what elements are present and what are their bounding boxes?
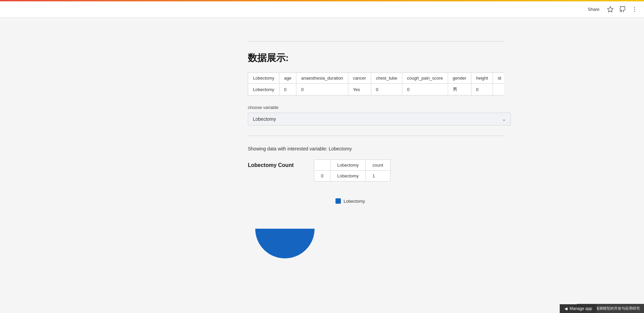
count-header-row: Lobectomy count xyxy=(314,160,390,171)
count-title: Lobectomy Count xyxy=(248,162,294,168)
main-content: 数据展示: Lobectomy age anaesthesia_duration… xyxy=(120,18,524,266)
middle-divider xyxy=(248,136,504,136)
col-height: height xyxy=(471,73,493,84)
col-id: id xyxy=(493,73,504,84)
count-col-index xyxy=(314,160,330,171)
col-gender: gender xyxy=(448,73,471,84)
count-col-lobectomy: Lobectomy xyxy=(330,160,366,171)
col-lobectomy: Lobectomy xyxy=(248,73,280,84)
count-row: 0 Lobectomy 1 xyxy=(314,171,390,181)
cell-gender: 男 xyxy=(448,84,471,95)
cell-id xyxy=(493,84,504,95)
star-icon[interactable] xyxy=(606,5,614,13)
cell-anaesthesia: 0 xyxy=(296,84,348,95)
cell-cancer: Yes xyxy=(348,84,371,95)
top-gradient-bar xyxy=(0,0,644,1)
cell-chest-tube: 0 xyxy=(371,84,402,95)
top-divider xyxy=(248,41,504,41)
legend-color-swatch xyxy=(335,198,341,204)
cell-height: 0 xyxy=(471,84,493,95)
svg-rect-5 xyxy=(248,192,322,229)
share-button[interactable]: Share xyxy=(585,5,602,13)
count-cell-index: 0 xyxy=(314,171,330,181)
header-actions: Share xyxy=(585,5,639,13)
cell-age: 0 xyxy=(279,84,296,95)
table-row: Lobectomy 0 0 Yes 0 0 男 0 xyxy=(248,84,504,95)
chart-legend: Lobectomy xyxy=(335,198,365,204)
col-cancer: cancer xyxy=(348,73,371,84)
cell-cough-pain: 0 xyxy=(402,84,448,95)
svg-point-3 xyxy=(634,11,635,12)
count-cell-count: 1 xyxy=(365,171,390,181)
col-anaesthesia: anaesthesia_duration xyxy=(296,73,348,84)
col-chest-tube: chest_tube xyxy=(371,73,402,84)
variable-select-wrapper: Lobectomy age anaesthesia_duration cance… xyxy=(248,113,511,125)
count-section: Lobectomy Count Lobectomy count 0 Lobect… xyxy=(248,160,504,181)
svg-marker-0 xyxy=(608,6,613,12)
data-table-wrapper: Lobectomy age anaesthesia_duration cance… xyxy=(248,73,504,95)
cell-lobectomy: Lobectomy xyxy=(248,84,280,95)
count-col-count: count xyxy=(365,160,390,171)
chart-legend-area: Lobectomy xyxy=(335,192,365,204)
table-header-row: Lobectomy age anaesthesia_duration cance… xyxy=(248,73,504,84)
count-table: Lobectomy count 0 Lobectomy 1 xyxy=(314,160,390,181)
data-table: Lobectomy age anaesthesia_duration cance… xyxy=(248,73,504,95)
svg-point-1 xyxy=(634,7,635,8)
header: Share xyxy=(0,1,644,18)
svg-point-2 xyxy=(634,9,635,10)
pie-chart xyxy=(248,192,322,252)
section-title: 数据展示: xyxy=(248,52,504,64)
variable-select[interactable]: Lobectomy age anaesthesia_duration cance… xyxy=(248,113,511,125)
col-cough-pain: cough_pain_score xyxy=(402,73,448,84)
chart-area: Lobectomy xyxy=(248,192,504,252)
variable-label: choose variable xyxy=(248,105,504,110)
count-cell-lobectomy: Lobectomy xyxy=(330,171,366,181)
showing-label: Showing data with interested variable: L… xyxy=(248,146,504,151)
col-age: age xyxy=(279,73,296,84)
more-menu-icon[interactable] xyxy=(631,5,639,13)
legend-label: Lobectomy xyxy=(344,199,365,204)
github-icon[interactable] xyxy=(618,5,626,13)
